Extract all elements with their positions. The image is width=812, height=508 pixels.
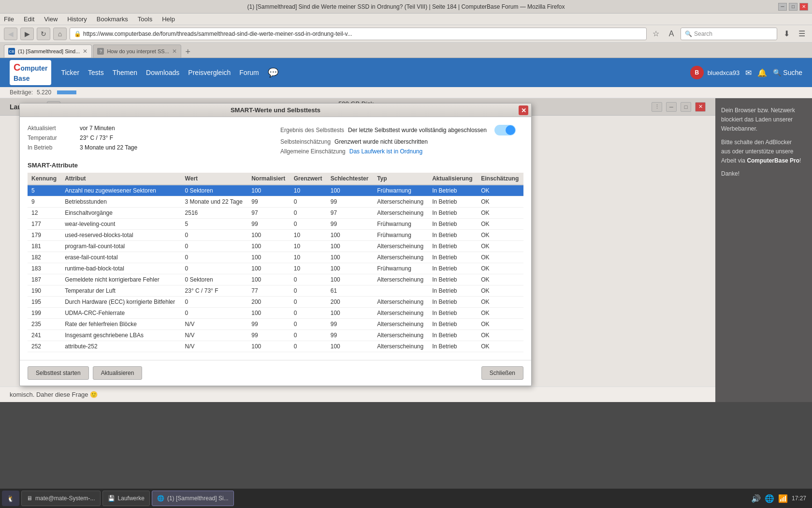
toggle-knob [506, 125, 515, 135]
beitraege-bar: Beiträge: 5.220 [0, 87, 812, 98]
menu-help[interactable]: Help [160, 15, 177, 24]
ad-line2: Bitte schalte den AdBlocker aus oder unt… [721, 138, 806, 166]
downloads-icon[interactable]: ⬇ [780, 28, 793, 40]
close-window-button[interactable]: ✕ [695, 102, 706, 112]
menu-icon[interactable]: ☰ [796, 28, 808, 40]
tab-1[interactable]: CB (1) [Sammelthread] Sind... ✕ [4, 45, 92, 58]
betrieb-row: In Betrieb 3 Monate und 22 Tage [28, 144, 271, 151]
schliessen-button[interactable]: Schließen [481, 366, 523, 380]
mail-icon[interactable]: ✉ [745, 68, 752, 77]
start-button[interactable]: 🐧 [2, 491, 19, 506]
ad-danke-text: Danke! [721, 170, 740, 177]
nav-tests[interactable]: Tests [88, 69, 104, 76]
menu-history[interactable]: History [65, 15, 88, 24]
notification-icon[interactable]: 🔔 [757, 68, 767, 77]
table-row[interactable]: 183runtime-bad-block-total010010100Frühw… [28, 263, 523, 274]
main-nav: Ticker Tests Themen Downloads Preisvergl… [61, 67, 680, 78]
table-row[interactable]: 12Einschaltvorgänge251697097Altersersche… [28, 208, 523, 219]
forward-button[interactable]: ▶ [20, 28, 34, 40]
updated-label: Aktualisiert [28, 125, 76, 132]
menu-view[interactable]: View [42, 15, 59, 24]
network-icon[interactable]: 🌐 [765, 494, 774, 503]
maximize-button[interactable]: □ [789, 3, 798, 11]
menu-bookmarks[interactable]: Bookmarks [95, 15, 130, 24]
browser-title: (1) [Sammelthread] Sind die Werte meiner… [247, 3, 565, 10]
browser-icon: 🌐 [157, 495, 164, 502]
tab-1-favicon: CB [8, 48, 15, 55]
restore-window-button[interactable]: □ [681, 102, 691, 112]
col-wert: Wert [181, 173, 248, 185]
bookmark-star-icon[interactable]: ☆ [650, 28, 662, 40]
smart-table-head: Kennung Attribut Wert Normalisiert Grenz… [28, 173, 523, 185]
volume-icon[interactable]: 🔊 [751, 494, 761, 503]
home-button[interactable]: ⌂ [53, 28, 67, 40]
username[interactable]: bluedxca93 [708, 69, 740, 76]
minimize-window-button[interactable]: ─ [666, 102, 677, 112]
table-row[interactable]: 190Temperatur der Luft23° C / 73° F77061… [28, 285, 523, 297]
table-row[interactable]: 187Gemeldete nicht korrigierbare Fehler0… [28, 274, 523, 285]
new-tab-button[interactable]: + [182, 46, 194, 58]
table-row[interactable]: 195Durch Hardware (ECC) korrigierte Bitf… [28, 297, 523, 308]
search-magnifier-icon: 🔍 [773, 69, 781, 76]
header-right: B bluedxca93 ✉ 🔔 🔍 Suche [690, 66, 802, 79]
smart-dialog-close-button[interactable]: ✕ [519, 105, 528, 115]
nav-preisvergleich[interactable]: Preisvergleich [188, 69, 231, 76]
table-row[interactable]: 235Rate der fehlerfreien BlöckeN/V99099A… [28, 319, 523, 330]
nav-forum[interactable]: Forum [239, 69, 259, 76]
taskbar-item-terminal[interactable]: 🖥 mate@mate-System-... [21, 491, 101, 506]
beitraege-progress [57, 90, 76, 94]
back-button[interactable]: ◀ [4, 28, 17, 40]
table-row[interactable]: 241Insgesamt geschriebene LBAsN/V99099Al… [28, 330, 523, 341]
betrieb-label: In Betrieb [28, 144, 76, 151]
table-row[interactable]: 252attribute-252N/V1000100Alterserschein… [28, 341, 523, 352]
logo-c: C [14, 62, 20, 73]
tab-1-close[interactable]: ✕ [83, 48, 87, 55]
site-logo[interactable]: ComputerBase [10, 60, 51, 85]
disk-menu-button[interactable]: ⋮ [652, 102, 662, 112]
nav-downloads[interactable]: Downloads [146, 69, 179, 76]
ad-text-7: Arbeit via [721, 157, 745, 164]
wifi-icon[interactable]: 📶 [778, 494, 788, 503]
table-row[interactable]: 181program-fail-count-total010010100Alte… [28, 241, 523, 252]
ad-line1: Dein Browser bzw. Netzwerk blockiert das… [721, 106, 806, 134]
taskbar-item-laufwerke[interactable]: 💾 Laufwerke [102, 491, 150, 506]
table-row[interactable]: 182erase-fail-count-total010010100Alters… [28, 252, 523, 263]
selbst-value: Grenzwert wurde nicht überschritten [334, 138, 428, 145]
selbsttest-button[interactable]: Selbsttest starten [28, 366, 89, 380]
url-bar[interactable]: 🔒 https://www.computerbase.de/forum/thre… [70, 28, 647, 40]
tab-1-title: (1) [Sammelthread] Sind... [18, 48, 80, 54]
ad-pro-link[interactable]: ComputerBase Pro [747, 157, 799, 164]
beitraege-label: Beiträge: [10, 89, 33, 96]
table-row[interactable]: 199UDMA-CRC-Fehlerrate01000100Altersersc… [28, 308, 523, 319]
col-typ: Typ [373, 173, 428, 185]
aktualisieren-button[interactable]: Aktualisieren [93, 366, 143, 380]
menu-edit[interactable]: Edit [22, 15, 36, 24]
table-row[interactable]: 177wear-leveling-count599099FrühwarnungI… [28, 219, 523, 230]
ad-text-6: aus oder unterstütze unsere [721, 148, 793, 155]
table-row[interactable]: 5Anzahl neu zugewiesener Sektoren0 Sekto… [28, 185, 523, 196]
tab-2-close[interactable]: ✕ [172, 48, 177, 55]
ad-exclamation: ! [799, 157, 801, 164]
table-row[interactable]: 179used-reserved-blocks-total010010100Fr… [28, 230, 523, 241]
col-kennung: Kennung [28, 173, 61, 185]
menu-tools[interactable]: Tools [136, 15, 154, 24]
site-search-button[interactable]: 🔍 Suche [773, 69, 802, 76]
smart-right-info: Ergebnis des Selbsttests Der letzte Selb… [280, 125, 523, 155]
smart-table-body: 5Anzahl neu zugewiesener Sektoren0 Sekto… [28, 185, 523, 352]
translate-icon[interactable]: A [665, 28, 678, 40]
start-icon: 🐧 [7, 495, 14, 502]
reload-button[interactable]: ↻ [37, 28, 50, 40]
toggle-switch[interactable] [494, 125, 516, 135]
tab-2[interactable]: ? How do you interpret SS... ✕ [93, 45, 181, 58]
close-button[interactable]: ✕ [799, 3, 808, 11]
minimize-button[interactable]: ─ [778, 3, 787, 11]
table-row[interactable]: 9Betriebsstunden3 Monate und 22 Tage9909… [28, 196, 523, 208]
search-bar[interactable]: 🔍 Search [681, 28, 777, 40]
nav-ticker[interactable]: Ticker [61, 69, 79, 76]
ad-text-2: blockiert das Laden unserer [721, 116, 793, 123]
clock-time: 17:27 [792, 495, 806, 502]
nav-themen[interactable]: Themen [113, 69, 137, 76]
taskbar-item-browser[interactable]: 🌐 (1) [Sammelthread] Si... [152, 491, 234, 506]
menu-file[interactable]: File [2, 15, 16, 24]
lock-icon: 🔒 [74, 30, 81, 37]
